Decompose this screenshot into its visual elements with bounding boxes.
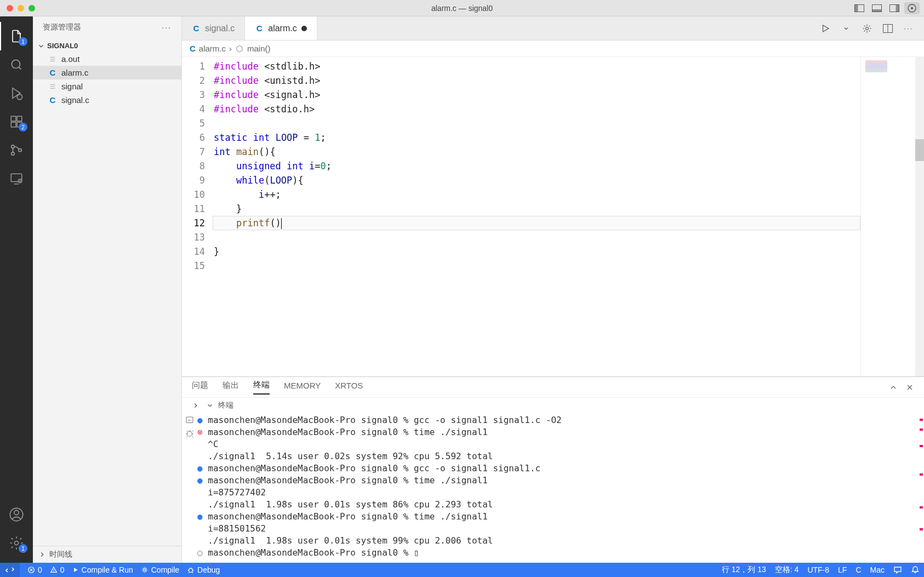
svg-point-22 — [866, 27, 869, 30]
folder-name: SIGNAL0 — [47, 42, 78, 50]
svg-rect-3 — [872, 9, 882, 12]
status-errors[interactable]: 0 — [27, 565, 42, 574]
status-bar: 0 0 Compile & Run Compile Debug 行 12，列 1… — [0, 563, 924, 577]
svg-point-7 — [911, 7, 913, 9]
toggle-panel-bottom-icon[interactable] — [869, 2, 885, 14]
status-encoding[interactable]: UTF-8 — [807, 565, 829, 575]
generic-file-icon — [48, 83, 57, 90]
sidebar-more-icon[interactable]: ··· — [162, 23, 172, 32]
sidebar-header: 资源管理器 ··· — [33, 16, 181, 38]
editor-tabs: Csignal.cCalarm.c ··· — [182, 16, 924, 41]
minimap[interactable] — [860, 57, 915, 376]
terminal-output[interactable]: ● masonchen@MasondeMacBook-Pro signal0 %… — [197, 413, 916, 563]
accounts-icon[interactable] — [0, 500, 33, 529]
remote-explorer-icon[interactable] — [0, 164, 33, 193]
settings-icon[interactable] — [859, 21, 875, 36]
tab-terminal[interactable]: 终端 — [253, 380, 270, 395]
close-window-button[interactable] — [7, 5, 13, 12]
status-language[interactable]: C — [855, 565, 861, 575]
folder-header[interactable]: SIGNAL0 — [33, 39, 181, 52]
svg-rect-11 — [17, 116, 22, 121]
run-dropdown-icon[interactable] — [839, 21, 854, 36]
timeline-label: 时间线 — [49, 550, 72, 559]
status-debug[interactable]: Debug — [187, 565, 220, 574]
breadcrumb-file: alarm.c — [199, 44, 226, 53]
terminal-run-to-icon[interactable] — [185, 415, 195, 425]
file-item[interactable]: signal — [33, 79, 181, 93]
status-cursor-pos[interactable]: 行 12，列 13 — [722, 565, 766, 575]
window-controls — [0, 5, 35, 12]
file-name: alarm.c — [61, 68, 88, 77]
status-bell-icon[interactable] — [911, 565, 920, 575]
run-button[interactable] — [818, 21, 833, 36]
generic-file-icon — [48, 55, 57, 63]
settings-gear-icon[interactable]: 1 — [0, 529, 33, 557]
terminal-group-label: 终端 — [218, 401, 233, 410]
activity-bottom: 1 — [0, 500, 33, 557]
tab-label: signal.c — [205, 24, 235, 33]
status-os[interactable]: Mac — [870, 565, 885, 575]
source-control-icon[interactable] — [0, 136, 33, 164]
svg-point-28 — [144, 569, 146, 571]
toggle-panel-left-icon[interactable] — [852, 2, 867, 14]
tab-output[interactable]: 输出 — [223, 380, 239, 394]
file-item[interactable]: Calarm.c — [33, 66, 181, 79]
extensions-badge: 2 — [19, 123, 27, 132]
panel-close-icon[interactable] — [905, 383, 914, 392]
search-icon[interactable] — [0, 50, 33, 79]
title-layout-controls — [852, 2, 920, 14]
svg-point-15 — [12, 152, 14, 155]
status-compile-run[interactable]: Compile & Run — [72, 565, 133, 574]
terminal-bug-icon[interactable] — [185, 429, 195, 438]
c-file-icon: C — [48, 68, 57, 77]
more-actions-icon[interactable]: ··· — [901, 21, 916, 36]
tab-memory[interactable]: MEMORY — [284, 381, 321, 393]
explorer-badge: 1 — [19, 37, 27, 46]
tab-problems[interactable]: 问题 — [192, 380, 208, 394]
remote-indicator[interactable] — [0, 563, 20, 577]
tab-label: alarm.c — [268, 24, 296, 33]
scrollbar-thumb[interactable] — [915, 139, 924, 161]
status-feedback-icon[interactable] — [893, 565, 902, 575]
status-eol[interactable]: LF — [838, 565, 847, 575]
toggle-panel-right-icon[interactable] — [887, 2, 902, 14]
chevron-down-icon[interactable] — [206, 402, 214, 409]
tab-xrtos[interactable]: XRTOS — [335, 381, 363, 393]
file-item[interactable]: a.out — [33, 52, 181, 66]
svg-rect-25 — [186, 417, 193, 423]
status-warnings[interactable]: 0 — [50, 565, 65, 574]
minimize-window-button[interactable] — [18, 5, 24, 12]
customize-layout-icon[interactable] — [904, 2, 920, 14]
maximize-window-button[interactable] — [28, 5, 35, 12]
status-indent[interactable]: 空格: 4 — [775, 565, 799, 575]
vertical-scrollbar[interactable] — [915, 57, 924, 376]
editor-tab[interactable]: Csignal.c — [182, 16, 245, 40]
svg-rect-10 — [11, 116, 16, 121]
file-item[interactable]: Csignal.c — [33, 93, 181, 107]
svg-point-21 — [15, 541, 19, 545]
explorer-icon[interactable]: 1 — [0, 22, 33, 50]
svg-rect-12 — [11, 122, 16, 127]
panel-maximize-icon[interactable] — [889, 383, 898, 392]
c-file-icon: C — [255, 24, 264, 33]
run-debug-icon[interactable] — [0, 79, 33, 107]
window-title: alarm.c — signal0 — [431, 4, 493, 13]
editor-tab[interactable]: Calarm.c — [245, 16, 317, 40]
minimap-content — [865, 60, 887, 72]
svg-point-29 — [189, 568, 193, 572]
status-compile[interactable]: Compile — [141, 565, 179, 574]
titlebar: alarm.c — signal0 — [0, 0, 924, 16]
timeline-section[interactable]: 时间线 — [33, 546, 181, 563]
code-editor[interactable]: 123456789101112131415 #include <stdlib.h… — [182, 57, 924, 376]
svg-rect-5 — [896, 4, 899, 12]
svg-rect-1 — [855, 4, 858, 12]
file-name: signal — [61, 82, 83, 91]
svg-point-8 — [12, 60, 20, 68]
chevron-right-icon[interactable] — [192, 402, 199, 409]
extensions-icon[interactable]: 2 — [0, 107, 33, 136]
settings-badge: 1 — [19, 544, 27, 553]
split-editor-icon[interactable] — [880, 21, 896, 36]
breadcrumb[interactable]: C alarm.c › main() — [182, 41, 924, 57]
sidebar-title: 资源管理器 — [43, 22, 81, 32]
c-file-icon: C — [48, 95, 57, 105]
